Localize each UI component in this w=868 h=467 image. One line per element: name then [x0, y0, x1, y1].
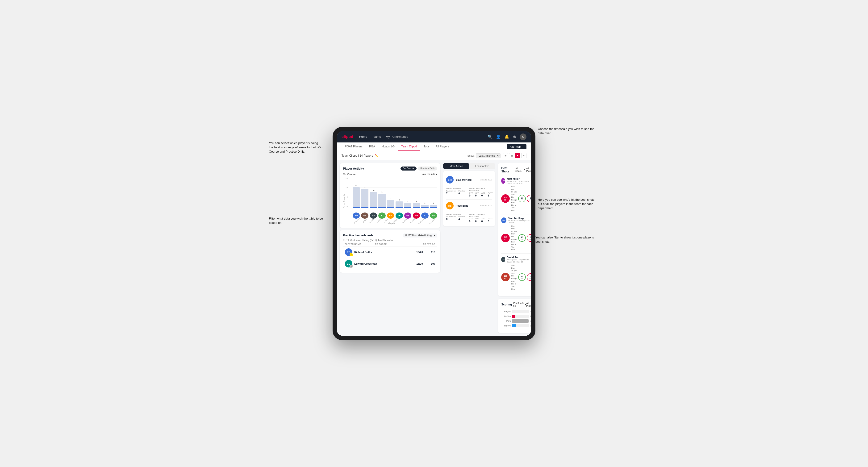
score-row-pars: Pars 499 [501, 319, 531, 323]
players-filter[interactable]: All Players ▾ [526, 167, 531, 173]
metric-circle-2-2: 0 yds [527, 273, 531, 281]
sub-nav-team-clippd[interactable]: Team Clippd [398, 143, 420, 151]
leaderboard-filter-label: PUTT Must Make Putting... [405, 234, 434, 237]
player-avatar-7[interactable]: MM [413, 213, 420, 219]
nav-logo: clippd [342, 135, 353, 139]
y-axis: 15 10 5 0 [346, 177, 349, 208]
plus-circle-icon[interactable]: ⊕ [513, 134, 516, 139]
search-icon[interactable]: 🔍 [488, 134, 492, 139]
add-team-button[interactable]: Add Team + [507, 144, 526, 149]
most-active-tab[interactable]: Most Active [443, 163, 469, 169]
score-count-bogeys: 115 [530, 324, 531, 327]
team-header: Team Clippd | 14 Players ✏️ Show: Last 3… [337, 151, 531, 160]
bar-group-2: 10 [370, 189, 377, 208]
metric-circle-1-2: 0 yds [527, 234, 531, 242]
view-menu-icon[interactable]: ≡ [521, 153, 526, 158]
best-shots-title: Best Shots [501, 166, 514, 173]
annotation-right-bottom: You can also filter to show just one pla… [535, 236, 599, 244]
metric-circle-0-2: 0 yds [527, 195, 531, 203]
shots-filter[interactable]: All Shots ▾ [516, 167, 525, 173]
score-bar-container-birdies [512, 315, 529, 318]
shot-entry-0: MM Matt Miller 09 Jun 2023 · Royal North… [501, 175, 531, 214]
metric-circle-2-1: 16 yds [518, 273, 526, 281]
player-activity-tabs: On Course Practice Drills [401, 166, 437, 170]
user-icon[interactable]: 👤 [496, 134, 501, 139]
shot-location-2: 24 Aug 2023 · Royal North Devon GC, Hole… [507, 259, 531, 263]
activity-avatar-0[interactable]: BM [446, 176, 454, 184]
player-avatar-4[interactable]: EE [387, 213, 394, 219]
on-course-tab[interactable]: On Course [401, 166, 416, 170]
activity-player-0: BM Blair McHarg 26 Aug 2023 Total Rounds [446, 174, 492, 199]
annotation-right-mid: Here you can see who's hit the best shot… [538, 198, 599, 211]
bar-group-7: 3 [413, 200, 420, 208]
view-heart-icon[interactable]: ♥ [515, 153, 520, 158]
activity-date-0: 26 Aug 2023 [480, 179, 493, 181]
sub-nav-pgat[interactable]: PGAT Players [342, 143, 366, 151]
practice-drills-tab[interactable]: Practice Drills [418, 166, 437, 170]
score-row-eagles: Eagles 3 [501, 310, 531, 313]
scoring-filter[interactable]: Par 3, 4 & 5s ▾ [513, 302, 526, 307]
bar-group-5: 4 [396, 199, 403, 208]
score-label-pars: Pars [501, 320, 511, 322]
lb-avatar-0[interactable]: RB 1 [345, 248, 352, 256]
chart-filter-chevron: ▾ [436, 173, 437, 176]
leaderboard-filter[interactable]: PUTT Must Make Putting... ▾ [403, 234, 437, 238]
lb-score-1: 18/20 [416, 262, 426, 265]
shot-avatar-2: DF [501, 257, 505, 262]
score-bar-container-bogeys [512, 324, 529, 328]
sub-nav-all-players[interactable]: All Players [432, 143, 453, 151]
player-avatar-1[interactable]: RB [361, 213, 368, 219]
lb-score-0: 19/20 [416, 251, 426, 253]
activity-avatar-1[interactable]: RB [446, 202, 454, 210]
sub-nav: PGAT Players PGA Hcaps 1-5 Team Clippd T… [337, 143, 531, 151]
leaderboard-cols: PLAYER NAME PB SCORE PB AVG SQ [343, 243, 437, 245]
nav-avatar[interactable]: U [520, 133, 526, 140]
scoring-filter-label: Par 3, 4 & 5s [513, 302, 525, 307]
player-avatar-3[interactable]: JC [378, 213, 385, 219]
sub-nav-pga[interactable]: PGA [366, 143, 378, 151]
least-active-tab[interactable]: Least Active [469, 163, 495, 169]
shot-location-1: 23 Jul 2023 · Ashridge GC, Hole 15 [508, 220, 531, 224]
shot-details-2: Shot Dist: 16 yds Start Lie: Rough End L… [511, 264, 517, 290]
shot-badge-2: 198SG [501, 273, 510, 281]
score-bar-birdies [512, 315, 516, 318]
shot-badge-1: 200SG [501, 234, 510, 242]
team-name: Team Clippd | 14 Players [342, 154, 373, 157]
bar-group-8: 2 [421, 202, 428, 208]
col-pb-score: PB SCORE [375, 243, 386, 245]
activity-player-1: RB Rees Britt 02 Sep 2023 Total Rounds [446, 199, 492, 224]
shot-location-0: 09 Jun 2023 · Royal North Devon GC, Hole… [507, 180, 531, 184]
shot-player-name-2: David Ford [507, 256, 531, 259]
middle-panel: Most Active Least Active BM Blair McHarg [443, 163, 495, 333]
sub-nav-hcaps[interactable]: Hcaps 1-5 [378, 143, 398, 151]
annotation-top-left: You can select which player is doing the… [269, 141, 323, 154]
players-filter-label: All Players [526, 167, 531, 173]
right-panel: Best Shots All Shots ▾ All Players ▾ [498, 163, 531, 333]
sub-nav-tour[interactable]: Tour [420, 143, 432, 151]
score-row-bogeys: Bogeys 115 [501, 324, 531, 328]
nav-item-home[interactable]: Home [359, 134, 367, 139]
lb-avatar-1[interactable]: EC 2 [345, 260, 352, 268]
nav-item-teams[interactable]: Teams [372, 134, 381, 139]
player-avatar-2[interactable]: DF [370, 213, 377, 219]
player-avatar-6[interactable]: RB [404, 213, 411, 219]
shot-details-1: Shot Dist: 43 yds Start Lie: Rough End L… [511, 225, 517, 251]
activity-name-0: Blair McHarg [456, 178, 471, 181]
lb-name-0: Richard Butler [354, 251, 372, 253]
bell-icon[interactable]: 🔔 [504, 134, 509, 139]
view-grid-icon[interactable]: ⊞ [503, 153, 508, 158]
bar-group-1: 12 [361, 186, 368, 208]
edit-icon[interactable]: ✏️ [375, 154, 378, 157]
view-list-icon[interactable]: ▦ [509, 153, 514, 158]
chart-filter-label: Total Rounds [421, 173, 435, 176]
left-panel: Player Activity On Course Practice Drill… [340, 163, 440, 333]
leaderboard-filter-chevron: ▾ [434, 234, 435, 237]
bar-group-3: 9 [378, 191, 385, 208]
scoring-players-filter[interactable]: All Players ▾ [526, 302, 531, 307]
tablet-screen: clippd Home Teams My Performance 🔍 👤 🔔 ⊕… [337, 131, 531, 336]
lb-avg-1: 107 [426, 262, 435, 265]
chart-filter[interactable]: Total Rounds ▾ [421, 173, 437, 176]
scoring-chart: Eagles 3 Birdies [501, 309, 531, 330]
time-select[interactable]: Last 3 months Last 6 months Last year [476, 153, 500, 158]
nav-item-performance[interactable]: My Performance [385, 134, 408, 139]
